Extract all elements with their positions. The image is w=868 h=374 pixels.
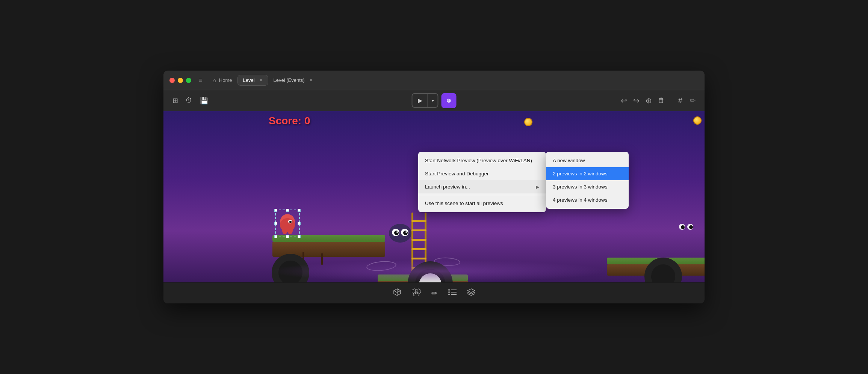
monster-center <box>385 218 415 250</box>
fog <box>269 260 607 282</box>
menu-separator <box>418 195 546 195</box>
monster-center-svg <box>385 218 415 248</box>
toolbar-actions: ↩ ↪ ⊕ 🗑 <box>619 95 666 107</box>
tab-home-label: Home <box>219 77 232 83</box>
tab-home[interactable]: ⌂ Home <box>207 75 237 86</box>
svg-point-15 <box>403 231 408 235</box>
globe-button[interactable] <box>442 93 457 108</box>
titlebar: ≡ ⌂ Home Level ✕ Level (Events) ✕ <box>163 71 705 90</box>
handle-tl <box>274 209 277 212</box>
layout-icon[interactable]: ⊞ <box>171 95 180 106</box>
app-window: ≡ ⌂ Home Level ✕ Level (Events) ✕ ⊞ ⏱ 💾 <box>163 71 705 303</box>
svg-point-10 <box>289 221 292 223</box>
play-button[interactable]: ▶ <box>413 94 428 107</box>
edit-pencil-icon[interactable]: ✏ <box>688 95 697 106</box>
list-icon[interactable] <box>448 289 457 297</box>
submenu-item-2-previews[interactable]: 2 previews in 2 windows <box>546 167 629 180</box>
svg-point-21 <box>689 225 693 229</box>
monster-right <box>674 216 697 240</box>
dropdown-menu: Start Network Preview (Preview over WiFi… <box>418 152 546 212</box>
window-controls <box>169 78 191 83</box>
main-content: Score: 0 <box>163 111 705 282</box>
tab-level-events-close[interactable]: ✕ <box>309 78 313 83</box>
handle-ml <box>274 222 277 225</box>
globe-icon <box>447 97 451 104</box>
layers-icon[interactable] <box>467 288 475 298</box>
score-display: Score: 0 <box>269 115 310 127</box>
zoom-in-icon[interactable]: ⊕ <box>644 95 653 107</box>
svg-point-20 <box>681 225 685 229</box>
coin-1 <box>524 118 532 126</box>
tab-level-label: Level <box>243 77 255 83</box>
menu-item-preview-debugger[interactable]: Start Preview and Debugger <box>418 167 546 180</box>
tab-level[interactable]: Level ✕ <box>237 75 268 86</box>
cubes-icon[interactable] <box>412 288 421 298</box>
pencil-icon[interactable]: ✏ <box>431 289 438 298</box>
submenu-item-new-window[interactable]: A new window <box>546 154 629 167</box>
menu-item-use-scene[interactable]: Use this scene to start all previews <box>418 197 546 210</box>
tab-level-close[interactable]: ✕ <box>259 78 263 83</box>
svg-point-22 <box>448 289 450 291</box>
platform-grass <box>272 235 385 242</box>
main-toolbar: ⊞ ⏱ 💾 ▶ ▾ ↩ ↪ ⊕ <box>163 90 705 111</box>
submenu-arrow: ▶ <box>536 184 539 190</box>
coin-2 <box>693 116 702 125</box>
svg-point-7 <box>282 227 287 234</box>
undo-icon[interactable]: ↩ <box>619 95 629 107</box>
hamburger-icon[interactable]: ≡ <box>199 77 203 84</box>
monster-right-svg <box>674 216 697 239</box>
ladder-rung-5 <box>411 258 426 259</box>
character-svg <box>278 212 297 234</box>
minimize-button[interactable] <box>178 78 183 83</box>
play-group: ▶ ▾ <box>412 93 439 108</box>
submenu-item-4-previews[interactable]: 4 previews in 4 windows <box>546 193 629 207</box>
grid-icon[interactable]: # <box>677 95 684 106</box>
tab-level-events-label: Level (Events) <box>274 77 305 83</box>
svg-point-6 <box>280 218 295 232</box>
toolbar-right-far: # ✏ <box>677 95 697 106</box>
maximize-button[interactable] <box>186 78 191 83</box>
redo-icon[interactable]: ↪ <box>632 95 641 107</box>
submenu: A new window 2 previews in 2 windows 3 p… <box>546 152 629 209</box>
home-icon: ⌂ <box>213 77 216 83</box>
menu-item-network-preview[interactable]: Start Network Preview (Preview over WiFi… <box>418 154 546 167</box>
delete-icon[interactable]: 🗑 <box>656 95 666 106</box>
cube-icon[interactable] <box>393 288 401 298</box>
toolbar-center: ▶ ▾ <box>412 93 457 108</box>
play-dropdown-button[interactable]: ▾ <box>428 94 438 107</box>
tab-level-events[interactable]: Level (Events) ✕ <box>268 75 318 85</box>
game-canvas: Score: 0 <box>163 111 705 282</box>
submenu-item-3-previews[interactable]: 3 previews in 3 windows <box>546 180 629 193</box>
toolbar-left: ⊞ ⏱ 💾 <box>171 95 210 106</box>
tabs-bar: ⌂ Home Level ✕ Level (Events) ✕ <box>207 75 699 86</box>
svg-point-17 <box>405 231 407 233</box>
menu-item-launch-preview[interactable]: Launch preview in... ▶ <box>418 180 546 193</box>
svg-point-14 <box>394 231 399 235</box>
clock-icon[interactable]: ⏱ <box>184 95 194 106</box>
character <box>278 212 297 236</box>
svg-point-26 <box>448 294 450 295</box>
close-button[interactable] <box>169 78 175 83</box>
svg-point-16 <box>396 231 398 233</box>
svg-point-8 <box>287 227 293 234</box>
svg-point-24 <box>448 291 450 293</box>
bottom-toolbar: ✏ <box>163 282 705 303</box>
handle-tr <box>298 209 301 212</box>
handle-mr <box>298 222 301 225</box>
toolbar-right: ↩ ↪ ⊕ 🗑 # ✏ <box>619 95 697 107</box>
handle-tm <box>286 209 289 212</box>
save-icon[interactable]: 💾 <box>198 95 210 106</box>
